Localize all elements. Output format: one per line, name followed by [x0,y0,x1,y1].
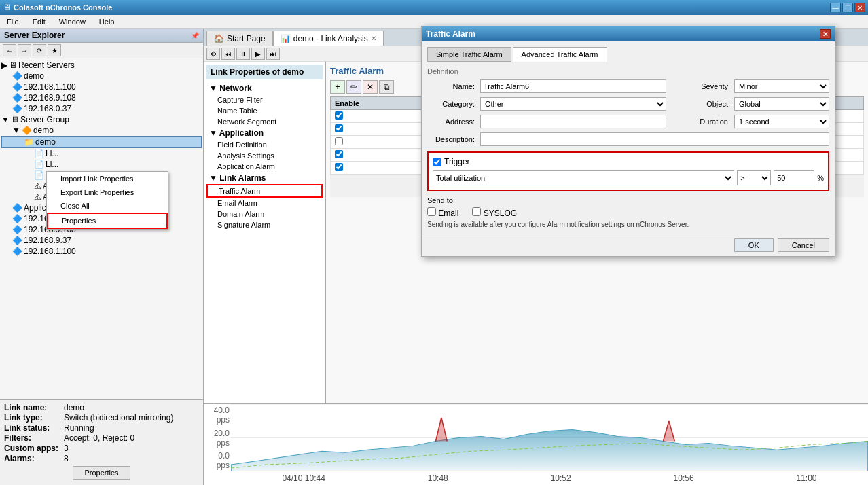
object-select[interactable]: Global Local [734,97,829,111]
recent-servers-label: Recent Servers [18,60,75,70]
row5-enable[interactable] [335,163,343,171]
tab-start[interactable]: 🏠 Start Page [206,31,273,46]
address-input[interactable] [480,115,666,128]
domain-alarm-item[interactable]: Domain Alarm [206,209,323,219]
field-definition-item[interactable]: Field Definition [206,139,323,150]
context-export[interactable]: Export Link Properties [47,185,168,199]
start-tab-label: Start Page [227,34,266,43]
severity-select[interactable]: Minor Major Critical [734,79,829,93]
cancel-button[interactable]: Cancel [778,238,829,252]
context-import[interactable]: Import Link Properties [47,172,168,185]
next-btn[interactable]: ⏭ [266,48,280,60]
syslog-checkbox[interactable] [472,207,481,216]
duration-select[interactable]: 1 second 5 seconds 10 seconds [734,115,829,128]
capture-filter-item[interactable]: Capture Filter [206,94,323,105]
trigger-op-select[interactable]: >= > = < <= [737,170,771,185]
server-192-9-108[interactable]: 🔷 192.168.9.108 [1,92,202,103]
tab-demo[interactable]: 📊 demo - Link Analysis ✕ [273,31,384,46]
dialog-close-btn[interactable]: ✕ [820,29,831,39]
start-tab-icon: 🏠 [214,34,224,43]
trigger-metric-select[interactable]: Total utilization Inbound utilization Ou… [433,170,734,185]
refresh-btn[interactable]: ⟳ [33,44,46,56]
tab-advanced-traffic-alarm[interactable]: Advanced Traffic Alarm [513,47,607,62]
prev-btn[interactable]: ⏮ [221,48,235,60]
li-item-1[interactable]: 📄 Li... [1,148,202,159]
recent-servers-node[interactable]: ▶ 🖥 Recent Servers [1,60,202,71]
trigger-unit: % [817,174,824,182]
row3-enable[interactable] [335,137,343,145]
category-label: Category: [427,100,475,108]
context-close-all[interactable]: Close All [47,199,168,213]
trigger-value-input[interactable] [774,170,814,185]
chart-y-top: 40.0 pps [205,406,230,425]
server-icon-5: 🔷 [12,214,22,223]
trigger-label: Trigger [444,157,470,166]
pause-btn[interactable]: ⏸ [236,48,250,60]
x-label-1: 10:48 [428,473,448,483]
demo-server-node[interactable]: ▼ 🔶 demo [1,125,202,136]
server-explorer-header: Server Explorer 📌 [0,29,203,43]
server-demo[interactable]: 🔷 demo [1,71,202,82]
dialog-footer: OK Cancel [422,234,835,256]
analysis-settings-item[interactable]: Analysis Settings [206,150,323,161]
forward-btn[interactable]: → [18,44,31,56]
menu-window[interactable]: Window [55,16,90,27]
signature-alarm-item[interactable]: Signature Alarm [206,219,323,230]
description-input[interactable] [480,132,829,146]
maximize-btn[interactable]: ☐ [842,3,853,12]
play-btn[interactable]: ▶ [251,48,265,60]
row2-enable[interactable] [335,124,343,132]
close-btn[interactable]: ✕ [854,3,865,12]
menu-edit[interactable]: Edit [29,16,50,27]
settings-btn[interactable]: ⚙ [206,48,220,60]
email-label[interactable]: Email [427,207,458,218]
demo-tab-close[interactable]: ✕ [371,35,376,42]
ok-button[interactable]: OK [734,238,774,252]
server-icon-3: 🔷 [12,93,22,103]
server-192-1-100b[interactable]: 🔷 192.168.1.100 [1,246,202,257]
application-alarm-item[interactable]: Application Alarm [206,161,323,172]
row4-enable[interactable] [335,150,343,158]
dialog-tabs: Simple Traffic Alarm Advanced Traffic Al… [427,47,829,62]
ta-edit-btn[interactable]: ✏ [346,80,361,94]
trigger-row: Total utilization Inbound utilization Ou… [433,170,824,185]
star-btn[interactable]: ★ [48,44,61,56]
app-icon-node: 🔷 [12,203,22,213]
severity-group: Severity: Minor Major Critical [683,79,829,93]
minimize-btn[interactable]: — [830,3,841,12]
traffic-alarm-dialog[interactable]: Traffic Alarm ✕ Simple Traffic Alarm Adv… [421,26,835,257]
x-label-2: 10:52 [551,473,571,483]
ta-copy-btn[interactable]: ⧉ [379,80,394,94]
server-explorer-title: Server Explorer [4,31,65,40]
email-alarm-item[interactable]: Email Alarm [206,198,323,209]
demo-selected[interactable]: 📁 demo [1,136,202,148]
row1-enable[interactable] [335,111,343,120]
menu-help[interactable]: Help [95,16,119,27]
severity-label: Severity: [683,82,730,90]
context-properties[interactable]: Properties [47,213,168,229]
dialog-body: Simple Traffic Alarm Advanced Traffic Al… [422,41,835,234]
network-segment-item[interactable]: Network Segment [206,116,323,127]
server-192-9-37[interactable]: 🔷 192.168.9.37 [1,235,202,246]
server-icon: 🔷 [12,71,22,81]
properties-button[interactable]: Properties [73,466,130,480]
email-checkbox[interactable] [427,207,436,216]
trigger-checkbox[interactable] [433,158,441,166]
demo-server-icon: 🔶 [22,126,32,135]
menu-file[interactable]: File [3,16,23,27]
server-group-node[interactable]: ▼ 🖥 Server Group [1,114,202,125]
category-select[interactable]: Other Network Application [480,97,666,111]
app-title: Colasoft nChronos Console [14,3,830,12]
syslog-label[interactable]: SYSLOG [472,207,517,218]
tab-simple-traffic-alarm[interactable]: Simple Traffic Alarm [427,47,511,62]
name-input[interactable] [480,79,666,93]
server-192-0-37[interactable]: 🔷 192.168.0.37 [1,103,202,114]
name-table-item[interactable]: Name Table [206,105,323,116]
back-btn[interactable]: ← [3,44,16,56]
li-item-2[interactable]: 📄 Li... [1,159,202,170]
server-192-1-100[interactable]: 🔷 192.168.1.100 [1,82,202,92]
ta-delete-btn[interactable]: ✕ [363,80,378,94]
link-status-value: Running [64,423,94,433]
traffic-alarm-item[interactable]: Traffic Alarm [206,184,323,198]
ta-add-btn[interactable]: + [330,80,345,94]
